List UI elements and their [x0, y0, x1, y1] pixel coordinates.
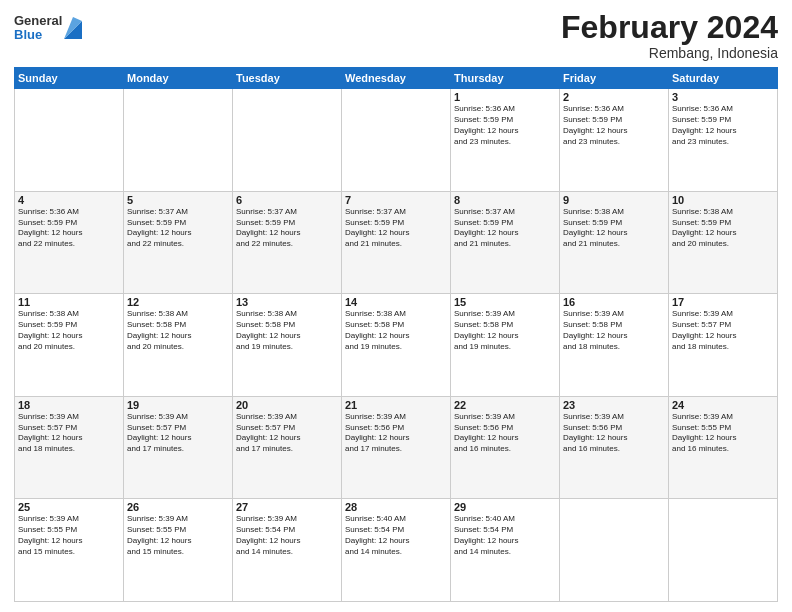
table-row: 26Sunrise: 5:39 AM Sunset: 5:55 PM Dayli…: [124, 499, 233, 602]
table-row: [233, 89, 342, 192]
table-row: 22Sunrise: 5:39 AM Sunset: 5:56 PM Dayli…: [451, 396, 560, 499]
day-number: 22: [454, 399, 556, 411]
day-info: Sunrise: 5:39 AM Sunset: 5:55 PM Dayligh…: [18, 514, 120, 557]
day-info: Sunrise: 5:36 AM Sunset: 5:59 PM Dayligh…: [563, 104, 665, 147]
col-thursday: Thursday: [451, 68, 560, 89]
col-saturday: Saturday: [669, 68, 778, 89]
day-number: 6: [236, 194, 338, 206]
day-info: Sunrise: 5:37 AM Sunset: 5:59 PM Dayligh…: [454, 207, 556, 250]
day-number: 16: [563, 296, 665, 308]
day-number: 2: [563, 91, 665, 103]
logo-general: General: [14, 14, 62, 28]
table-row: 5Sunrise: 5:37 AM Sunset: 5:59 PM Daylig…: [124, 191, 233, 294]
title-area: February 2024 Rembang, Indonesia: [561, 10, 778, 61]
day-info: Sunrise: 5:39 AM Sunset: 5:57 PM Dayligh…: [127, 412, 229, 455]
day-info: Sunrise: 5:40 AM Sunset: 5:54 PM Dayligh…: [345, 514, 447, 557]
day-info: Sunrise: 5:36 AM Sunset: 5:59 PM Dayligh…: [18, 207, 120, 250]
table-row: 18Sunrise: 5:39 AM Sunset: 5:57 PM Dayli…: [15, 396, 124, 499]
day-info: Sunrise: 5:39 AM Sunset: 5:55 PM Dayligh…: [127, 514, 229, 557]
day-number: 20: [236, 399, 338, 411]
logo-blue: Blue: [14, 28, 62, 42]
calendar-table: Sunday Monday Tuesday Wednesday Thursday…: [14, 67, 778, 602]
header: General Blue February 2024 Rembang, Indo…: [14, 10, 778, 61]
col-friday: Friday: [560, 68, 669, 89]
day-number: 5: [127, 194, 229, 206]
day-number: 11: [18, 296, 120, 308]
table-row: 8Sunrise: 5:37 AM Sunset: 5:59 PM Daylig…: [451, 191, 560, 294]
calendar-week-3: 18Sunrise: 5:39 AM Sunset: 5:57 PM Dayli…: [15, 396, 778, 499]
table-row: 3Sunrise: 5:36 AM Sunset: 5:59 PM Daylig…: [669, 89, 778, 192]
logo-text: General Blue: [14, 14, 62, 43]
table-row: 17Sunrise: 5:39 AM Sunset: 5:57 PM Dayli…: [669, 294, 778, 397]
day-info: Sunrise: 5:38 AM Sunset: 5:58 PM Dayligh…: [236, 309, 338, 352]
calendar-week-1: 4Sunrise: 5:36 AM Sunset: 5:59 PM Daylig…: [15, 191, 778, 294]
day-info: Sunrise: 5:39 AM Sunset: 5:55 PM Dayligh…: [672, 412, 774, 455]
day-number: 21: [345, 399, 447, 411]
table-row: 6Sunrise: 5:37 AM Sunset: 5:59 PM Daylig…: [233, 191, 342, 294]
day-number: 13: [236, 296, 338, 308]
day-info: Sunrise: 5:39 AM Sunset: 5:58 PM Dayligh…: [563, 309, 665, 352]
day-number: 17: [672, 296, 774, 308]
table-row: 2Sunrise: 5:36 AM Sunset: 5:59 PM Daylig…: [560, 89, 669, 192]
col-monday: Monday: [124, 68, 233, 89]
table-row: 12Sunrise: 5:38 AM Sunset: 5:58 PM Dayli…: [124, 294, 233, 397]
day-number: 9: [563, 194, 665, 206]
day-number: 4: [18, 194, 120, 206]
table-row: 24Sunrise: 5:39 AM Sunset: 5:55 PM Dayli…: [669, 396, 778, 499]
day-number: 19: [127, 399, 229, 411]
day-number: 15: [454, 296, 556, 308]
table-row: 16Sunrise: 5:39 AM Sunset: 5:58 PM Dayli…: [560, 294, 669, 397]
day-info: Sunrise: 5:39 AM Sunset: 5:54 PM Dayligh…: [236, 514, 338, 557]
table-row: 1Sunrise: 5:36 AM Sunset: 5:59 PM Daylig…: [451, 89, 560, 192]
calendar-week-2: 11Sunrise: 5:38 AM Sunset: 5:59 PM Dayli…: [15, 294, 778, 397]
day-number: 7: [345, 194, 447, 206]
day-info: Sunrise: 5:39 AM Sunset: 5:56 PM Dayligh…: [563, 412, 665, 455]
day-info: Sunrise: 5:38 AM Sunset: 5:58 PM Dayligh…: [127, 309, 229, 352]
table-row: 21Sunrise: 5:39 AM Sunset: 5:56 PM Dayli…: [342, 396, 451, 499]
table-row: 11Sunrise: 5:38 AM Sunset: 5:59 PM Dayli…: [15, 294, 124, 397]
day-number: 12: [127, 296, 229, 308]
calendar-week-0: 1Sunrise: 5:36 AM Sunset: 5:59 PM Daylig…: [15, 89, 778, 192]
day-info: Sunrise: 5:39 AM Sunset: 5:56 PM Dayligh…: [345, 412, 447, 455]
location: Rembang, Indonesia: [561, 45, 778, 61]
day-number: 27: [236, 501, 338, 513]
table-row: 23Sunrise: 5:39 AM Sunset: 5:56 PM Dayli…: [560, 396, 669, 499]
day-info: Sunrise: 5:37 AM Sunset: 5:59 PM Dayligh…: [236, 207, 338, 250]
table-row: 14Sunrise: 5:38 AM Sunset: 5:58 PM Dayli…: [342, 294, 451, 397]
day-number: 18: [18, 399, 120, 411]
day-info: Sunrise: 5:39 AM Sunset: 5:58 PM Dayligh…: [454, 309, 556, 352]
day-info: Sunrise: 5:38 AM Sunset: 5:58 PM Dayligh…: [345, 309, 447, 352]
day-info: Sunrise: 5:38 AM Sunset: 5:59 PM Dayligh…: [18, 309, 120, 352]
day-info: Sunrise: 5:39 AM Sunset: 5:56 PM Dayligh…: [454, 412, 556, 455]
day-number: 23: [563, 399, 665, 411]
day-number: 14: [345, 296, 447, 308]
col-wednesday: Wednesday: [342, 68, 451, 89]
col-tuesday: Tuesday: [233, 68, 342, 89]
table-row: 20Sunrise: 5:39 AM Sunset: 5:57 PM Dayli…: [233, 396, 342, 499]
day-info: Sunrise: 5:37 AM Sunset: 5:59 PM Dayligh…: [345, 207, 447, 250]
day-number: 29: [454, 501, 556, 513]
page: General Blue February 2024 Rembang, Indo…: [0, 0, 792, 612]
table-row: [342, 89, 451, 192]
month-title: February 2024: [561, 10, 778, 45]
day-info: Sunrise: 5:36 AM Sunset: 5:59 PM Dayligh…: [454, 104, 556, 147]
table-row: 10Sunrise: 5:38 AM Sunset: 5:59 PM Dayli…: [669, 191, 778, 294]
table-row: [560, 499, 669, 602]
col-sunday: Sunday: [15, 68, 124, 89]
day-number: 8: [454, 194, 556, 206]
table-row: 9Sunrise: 5:38 AM Sunset: 5:59 PM Daylig…: [560, 191, 669, 294]
table-row: 25Sunrise: 5:39 AM Sunset: 5:55 PM Dayli…: [15, 499, 124, 602]
day-number: 25: [18, 501, 120, 513]
table-row: [669, 499, 778, 602]
day-number: 28: [345, 501, 447, 513]
day-info: Sunrise: 5:39 AM Sunset: 5:57 PM Dayligh…: [672, 309, 774, 352]
table-row: 28Sunrise: 5:40 AM Sunset: 5:54 PM Dayli…: [342, 499, 451, 602]
table-row: [15, 89, 124, 192]
day-info: Sunrise: 5:39 AM Sunset: 5:57 PM Dayligh…: [236, 412, 338, 455]
table-row: 19Sunrise: 5:39 AM Sunset: 5:57 PM Dayli…: [124, 396, 233, 499]
day-info: Sunrise: 5:38 AM Sunset: 5:59 PM Dayligh…: [672, 207, 774, 250]
day-number: 26: [127, 501, 229, 513]
table-row: [124, 89, 233, 192]
logo-icon: [64, 17, 82, 39]
table-row: 15Sunrise: 5:39 AM Sunset: 5:58 PM Dayli…: [451, 294, 560, 397]
